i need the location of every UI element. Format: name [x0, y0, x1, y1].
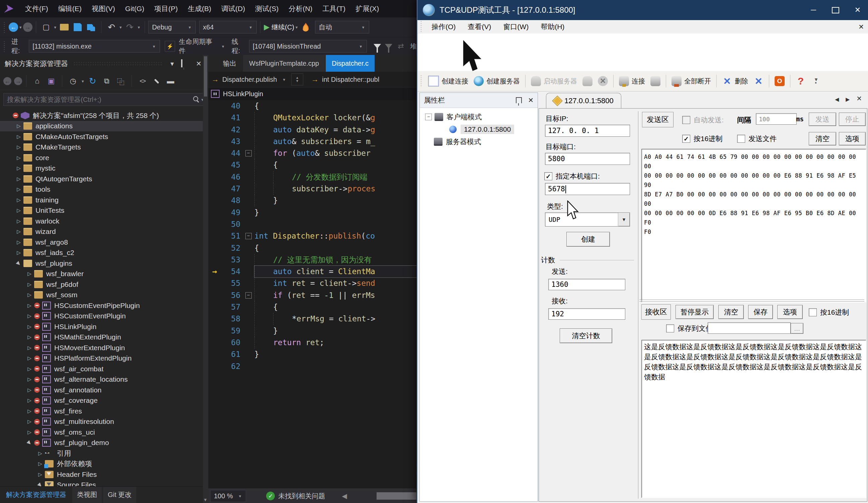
code-line-51[interactable]: 51−int Dispatcher::publish(co: [208, 230, 420, 242]
back-icon[interactable]: ←: [3, 77, 11, 85]
tree-item[interactable]: ▷wsf_multiresolution: [0, 416, 208, 427]
tree-expander-icon[interactable]: ▷: [25, 419, 34, 425]
tab-scroll-right-icon[interactable]: ▸: [846, 94, 850, 104]
tcp-toolbar-cx[interactable]: ✕: [595, 74, 611, 89]
panel-tab-Git 更改[interactable]: Git 更改: [103, 486, 136, 503]
panel-tab-解决方案资源管理器[interactable]: 解决方案资源管理器: [1, 486, 71, 503]
tree-expander-icon[interactable]: ▷: [14, 250, 23, 256]
code-line-45[interactable]: 45{: [208, 159, 420, 171]
tree-item[interactable]: ▷QtAutogenTargets: [0, 174, 208, 184]
continue-icon[interactable]: ▶: [264, 23, 269, 31]
recv-hex-checkbox[interactable]: 按16进制: [809, 308, 849, 317]
tcp-toolbar-全部断开[interactable]: 全部断开: [669, 74, 714, 89]
tree-item[interactable]: ▷CMakeTargets: [0, 142, 208, 153]
tab-close-icon[interactable]: ✕: [856, 94, 862, 104]
hot-reload-icon[interactable]: [300, 21, 311, 33]
tree-item[interactable]: ▷HSCustomEventPlugin: [0, 311, 208, 322]
tcp-menu-查看(V)[interactable]: 查看(V): [462, 22, 497, 31]
editor-tab-Dispatcher.c[interactable]: Dispatcher.c: [326, 55, 374, 72]
process-combobox[interactable]: [11032] mission.exe▾: [29, 40, 160, 53]
send-options-button[interactable]: 选项: [839, 132, 866, 145]
breakpoint-margin[interactable]: [208, 230, 221, 242]
vs-menu-项目(P)[interactable]: 项目(P): [149, 0, 183, 18]
recv-count-input[interactable]: [548, 308, 625, 320]
create-button[interactable]: 创建: [566, 232, 610, 247]
breakpoint-margin[interactable]: [208, 337, 221, 349]
solution-search-input[interactable]: [3, 93, 206, 106]
tree-expander-icon[interactable]: ▷: [14, 155, 23, 161]
auto-send-checkbox[interactable]: 自动发送:: [682, 115, 724, 125]
code-line-62[interactable]: 62: [208, 361, 420, 372]
type-combobox[interactable]: UDP ▼: [545, 212, 630, 227]
tcp-toolbar-连接[interactable]: 连接: [616, 74, 648, 89]
breakpoint-margin[interactable]: [208, 195, 221, 207]
breakpoint-margin[interactable]: [208, 242, 221, 254]
tree-item[interactable]: ▷HSLinkPlugin: [0, 321, 208, 332]
solution-tree-scrollbar[interactable]: ▼: [203, 55, 208, 503]
vs-menu-工具(T)[interactable]: 工具(T): [317, 0, 351, 18]
breakpoint-margin[interactable]: [208, 112, 221, 124]
props-tree-item[interactable]: −客户端模式: [420, 111, 538, 123]
code-line-54[interactable]: →54auto client = ClientMa: [208, 266, 420, 278]
tree-item[interactable]: 解决方案"afsim"(258 个项目，共 258 个): [0, 110, 208, 121]
fold-collapse-icon[interactable]: −: [245, 292, 252, 299]
send-file-checkbox[interactable]: 发送文件: [737, 134, 777, 143]
code-line-44[interactable]: 44−for (auto& subscriber: [208, 148, 420, 159]
window-position-icon[interactable]: ▾: [168, 60, 176, 68]
tree-expander-icon[interactable]: ▷: [14, 165, 23, 171]
tree-expander-icon[interactable]: ▷: [25, 313, 34, 319]
browse-button[interactable]: ...: [791, 323, 803, 334]
close-icon[interactable]: ✕: [194, 60, 204, 68]
lifecycle-events-icon[interactable]: ⚡: [165, 41, 175, 52]
code-line-48[interactable]: 48}: [208, 195, 420, 207]
editor-tab-输出[interactable]: 输出: [217, 55, 242, 72]
tcp-titlebar[interactable]: TCP&UDP测试工具 - [127.0.0.1:5800] ─ ✕: [417, 0, 868, 20]
tree-item[interactable]: ▷core: [0, 152, 208, 163]
tab-scroll-left-icon[interactable]: ◂: [835, 94, 839, 104]
fold-collapse-icon[interactable]: −: [245, 233, 252, 239]
mdi-close-icon[interactable]: ✕: [858, 23, 864, 31]
tree-item[interactable]: ▶wsf_plugins: [0, 258, 208, 269]
tree-expander-icon[interactable]: ▶: [13, 258, 24, 269]
navigate-forward-icon[interactable]: →: [23, 22, 32, 32]
clear-count-button[interactable]: 清空计数: [560, 329, 612, 343]
code-editor[interactable]: 40{41QMutexLocker locker(&g42auto dataKe…: [208, 100, 420, 489]
tree-item[interactable]: ▷CMakeAutoTestTargets: [0, 131, 208, 142]
breakpoint-margin[interactable]: [208, 124, 221, 136]
hot-reload-mode-combobox[interactable]: 自动▾: [315, 21, 369, 33]
code-line-40[interactable]: 40{: [208, 100, 420, 112]
tcp-toolbar-stop[interactable]: [772, 74, 787, 89]
vs-menu-Git(G)[interactable]: Git(G): [120, 0, 149, 18]
tcp-toolbar-启动服务器[interactable]: 启动服务器: [528, 74, 580, 89]
vs-menu-编辑(E)[interactable]: 编辑(E): [53, 0, 87, 18]
close-button[interactable]: ✕: [847, 3, 868, 18]
show-all-files-icon[interactable]: <>: [137, 76, 148, 87]
open-folder-icon[interactable]: [59, 21, 70, 33]
tree-item[interactable]: ▷mystic: [0, 163, 208, 174]
filter-clear-icon[interactable]: [385, 44, 392, 49]
connection-tab[interactable]: 127.0.0.1:5800: [546, 93, 621, 109]
tcp-toolbar-删除[interactable]: ✕删除: [719, 74, 751, 89]
search-icon[interactable]: [193, 96, 200, 103]
breakpoint-margin[interactable]: [208, 136, 221, 148]
tree-item[interactable]: ▷training: [0, 195, 208, 205]
tree-item[interactable]: ▷wizard: [0, 227, 208, 237]
tree-item[interactable]: ▷wsf_brawler: [0, 269, 208, 280]
breakpoint-margin[interactable]: [208, 207, 221, 219]
code-line-58[interactable]: 58*errMsg = client->: [208, 313, 420, 325]
vs-menu-调试(D)[interactable]: 调试(D): [216, 0, 250, 18]
tree-expander-icon[interactable]: ▷: [14, 218, 23, 224]
breakpoint-margin[interactable]: [208, 219, 221, 230]
tree-expander-icon[interactable]: ▷: [14, 229, 23, 234]
tree-item[interactable]: ▷外部依赖项: [0, 459, 208, 470]
tree-item[interactable]: ▷Header Files: [0, 469, 208, 480]
suspend-threads-icon[interactable]: ⇄: [395, 41, 406, 52]
send-hex-textarea[interactable]: A0 A0 44 61 74 61 4B 65 79 00 00 00 00 0…: [641, 149, 866, 302]
tree-item[interactable]: ▷HSMoverExtendPlugin: [0, 342, 208, 353]
tree-item[interactable]: ▷wsf_fires: [0, 406, 208, 416]
platform-combobox[interactable]: x64▾: [199, 21, 257, 33]
tree-expander-icon[interactable]: ▷: [14, 186, 23, 192]
tree-expander-icon[interactable]: ▷: [14, 239, 23, 245]
tree-expander-icon[interactable]: ▷: [35, 461, 45, 467]
breakpoint-margin[interactable]: [208, 148, 221, 159]
